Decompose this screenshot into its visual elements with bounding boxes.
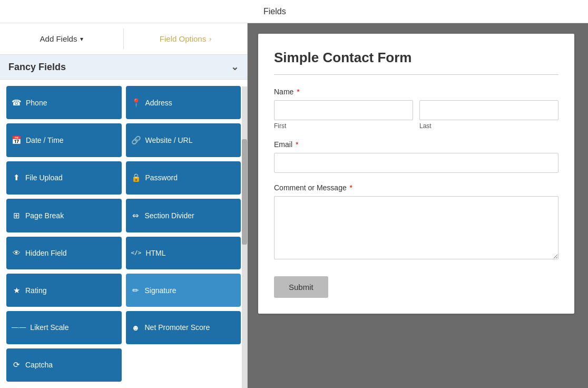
name-first-col: First bbox=[274, 100, 413, 130]
nps-icon: ☻ bbox=[131, 323, 141, 332]
field-btn-html-label: HTML bbox=[145, 249, 165, 257]
email-field: Email * bbox=[274, 140, 558, 173]
comment-field: Comment or Message * bbox=[274, 183, 558, 261]
pencil-icon: ✏ bbox=[131, 286, 141, 295]
comment-textarea[interactable] bbox=[274, 196, 558, 259]
email-input[interactable] bbox=[274, 153, 558, 173]
address-icon: 📍 bbox=[131, 98, 141, 108]
page-title: Fields bbox=[263, 7, 286, 16]
field-btn-captcha-label: Captcha bbox=[25, 361, 53, 369]
name-last-col: Last bbox=[419, 100, 558, 130]
comment-label: Comment or Message * bbox=[274, 183, 558, 192]
fancy-fields-label: Fancy Fields bbox=[8, 62, 66, 73]
field-btn-file-upload-label: File Upload bbox=[25, 173, 63, 182]
name-first-sublabel: First bbox=[274, 122, 413, 130]
tab-bar: Add Fields ▾ Field Options › bbox=[0, 23, 247, 55]
section-collapse-icon: ⌄ bbox=[231, 61, 239, 73]
tab-add-fields[interactable]: Add Fields ▾ bbox=[0, 23, 123, 54]
main-layout: Add Fields ▾ Field Options › Fancy Field… bbox=[0, 23, 588, 388]
field-btn-password-label: Password bbox=[145, 173, 178, 182]
fancy-fields-section-header[interactable]: Fancy Fields ⌄ bbox=[0, 55, 247, 80]
html-icon: </> bbox=[131, 249, 142, 256]
page-break-icon: ⊞ bbox=[12, 211, 21, 220]
field-btn-address-label: Address bbox=[145, 99, 172, 107]
link-icon: 🔗 bbox=[131, 135, 141, 145]
field-btn-phone[interactable]: ☎ Phone bbox=[6, 86, 122, 119]
field-btn-page-break[interactable]: ⊞ Page Break bbox=[6, 199, 122, 232]
field-btn-password[interactable]: 🔒 Password bbox=[126, 161, 241, 195]
name-last-sublabel: Last bbox=[419, 122, 558, 130]
tab-field-options-label: Field Options bbox=[160, 34, 206, 43]
field-btn-section-divider[interactable]: ⇔ Section Divider bbox=[126, 199, 241, 232]
right-panel: Simple Contact Form Name * First Last bbox=[248, 23, 588, 388]
field-btn-file-upload[interactable]: ⬆ File Upload bbox=[6, 161, 122, 195]
captcha-icon: ⟳ bbox=[12, 360, 21, 370]
scrollbar-track bbox=[242, 86, 247, 388]
field-btn-website-url[interactable]: 🔗 Website / URL bbox=[126, 123, 241, 157]
form-title: Simple Contact Form bbox=[274, 50, 558, 66]
form-divider bbox=[274, 74, 558, 75]
likert-icon: —·— bbox=[12, 324, 26, 331]
name-last-input[interactable] bbox=[419, 100, 558, 120]
form-container: Simple Contact Form Name * First Last bbox=[258, 34, 574, 314]
scrollbar-thumb[interactable] bbox=[242, 139, 247, 245]
comment-required-marker: * bbox=[348, 183, 352, 192]
field-btn-phone-label: Phone bbox=[26, 99, 47, 107]
field-btn-page-break-label: Page Break bbox=[25, 211, 64, 220]
name-row: First Last bbox=[274, 100, 558, 130]
tab-field-options[interactable]: Field Options › bbox=[124, 23, 247, 54]
field-btn-likert-scale-label: Likert Scale bbox=[30, 323, 68, 332]
email-required-marker: * bbox=[293, 140, 298, 149]
lock-icon: 🔒 bbox=[131, 173, 141, 182]
fields-grid: ☎ Phone 📍 Address 📅 Date / Time 🔗 Websit… bbox=[0, 80, 247, 388]
field-btn-signature-label: Signature bbox=[145, 286, 177, 295]
field-btn-likert-scale[interactable]: —·— Likert Scale bbox=[6, 311, 122, 344]
phone-icon: ☎ bbox=[12, 98, 22, 108]
tab-add-fields-label: Add Fields bbox=[40, 34, 77, 43]
field-btn-hidden-field[interactable]: 👁 Hidden Field bbox=[6, 237, 122, 269]
section-divider-icon: ⇔ bbox=[131, 211, 141, 220]
top-bar: Fields bbox=[0, 0, 588, 23]
name-first-input[interactable] bbox=[274, 100, 413, 120]
field-btn-net-promoter-score-label: Net Promoter Score bbox=[145, 323, 210, 332]
field-btn-net-promoter-score[interactable]: ☻ Net Promoter Score bbox=[126, 311, 241, 344]
left-panel: Add Fields ▾ Field Options › Fancy Field… bbox=[0, 23, 248, 388]
chevron-right-icon: › bbox=[209, 35, 211, 43]
chevron-down-icon: ▾ bbox=[80, 35, 83, 43]
name-field: Name * First Last bbox=[274, 88, 558, 130]
field-btn-section-divider-label: Section Divider bbox=[145, 211, 194, 220]
field-btn-signature[interactable]: ✏ Signature bbox=[126, 274, 241, 307]
calendar-icon: 📅 bbox=[12, 135, 22, 145]
field-btn-html[interactable]: </> HTML bbox=[126, 237, 241, 269]
submit-button[interactable]: Submit bbox=[274, 276, 328, 298]
name-label: Name * bbox=[274, 88, 558, 96]
field-btn-rating[interactable]: ★ Rating bbox=[6, 274, 122, 307]
email-label: Email * bbox=[274, 140, 558, 149]
field-btn-date-time-label: Date / Time bbox=[26, 136, 64, 144]
field-btn-date-time[interactable]: 📅 Date / Time bbox=[6, 123, 122, 157]
field-btn-address[interactable]: 📍 Address bbox=[126, 86, 241, 119]
upload-icon: ⬆ bbox=[12, 173, 21, 182]
field-btn-rating-label: Rating bbox=[25, 286, 46, 295]
name-required-marker: * bbox=[295, 88, 299, 96]
field-btn-hidden-field-label: Hidden Field bbox=[25, 249, 67, 257]
field-btn-website-url-label: Website / URL bbox=[145, 136, 193, 144]
star-icon: ★ bbox=[12, 286, 21, 295]
field-btn-captcha[interactable]: ⟳ Captcha bbox=[6, 348, 122, 382]
hidden-icon: 👁 bbox=[12, 248, 21, 257]
